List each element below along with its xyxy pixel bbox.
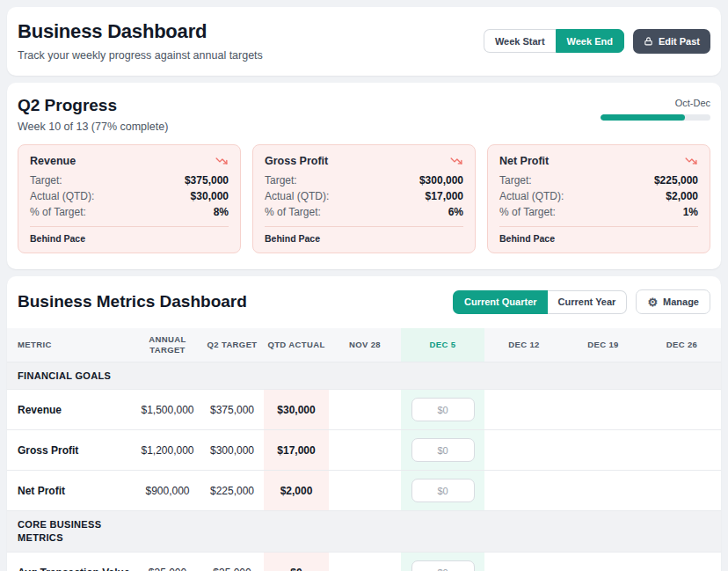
section-label: CORE BUSINESS METRICS — [18, 518, 141, 545]
dec-26-cell — [643, 430, 721, 471]
annual-target-cell: $1,200,000 — [135, 430, 200, 471]
metric-name: Revenue — [7, 390, 135, 430]
summary-card-revenue: Revenue Target:$375,000 Actual (QTD):$30… — [18, 144, 241, 253]
dec5-input[interactable] — [411, 398, 475, 421]
actual-label: Actual (QTD): — [30, 190, 94, 202]
page-title: Business Dashboard — [18, 20, 263, 43]
page-subtitle: Track your weekly progress against annua… — [18, 49, 263, 62]
annual-target-cell: $900,000 — [135, 471, 200, 511]
metric-name: Avg Transaction Value — [7, 553, 135, 571]
quarter-progress-bar — [601, 114, 710, 121]
q2-target-cell: $225,000 — [200, 471, 264, 511]
dec-19-cell — [564, 471, 643, 511]
pct-label: % of Target: — [30, 206, 86, 218]
actual-value: $17,000 — [426, 190, 463, 202]
qtd-actual-cell: $30,000 — [264, 390, 329, 430]
nov-28-cell — [329, 430, 401, 471]
target-label: Target: — [265, 174, 297, 187]
annual-target-cell: $35,000 — [135, 553, 200, 571]
qtd-actual-cell: $2,000 — [264, 471, 329, 511]
nov-28-cell — [329, 553, 401, 571]
nov-28-cell — [329, 390, 401, 430]
summary-cards-row: Revenue Target:$375,000 Actual (QTD):$30… — [18, 144, 710, 253]
week-end-button[interactable]: Week End — [556, 29, 624, 53]
col-header-nov-28: NOV 28 — [329, 328, 401, 362]
col-header-qtd-actual: QTD ACTUAL — [264, 328, 329, 362]
page-header: Business Dashboard Track your weekly pro… — [7, 7, 721, 76]
metric-name: Gross Profit — [7, 430, 135, 471]
gear-icon: ⚙ — [647, 296, 658, 308]
edit-past-button[interactable]: Edit Past — [633, 29, 710, 54]
section-row-core-business-metrics: CORE BUSINESS METRICS — [7, 511, 721, 553]
manage-button[interactable]: ⚙ Manage — [636, 289, 710, 314]
dec-26-cell — [643, 471, 721, 511]
q2-progress-card: Q2 Progress Week 10 of 13 (77% complete)… — [7, 83, 721, 269]
metric-name: Net Profit — [7, 471, 135, 511]
dec-19-cell — [564, 553, 643, 571]
dec5-input[interactable] — [411, 438, 475, 462]
q2-target-cell: $375,000 — [200, 390, 264, 430]
dec-19-cell — [564, 430, 643, 471]
target-value: $300,000 — [419, 174, 463, 187]
summary-card-net-profit: Net Profit Target:$225,000 Actual (QTD):… — [487, 144, 710, 253]
metrics-title: Business Metrics Dashboard — [18, 292, 247, 311]
dec-5-cell — [401, 390, 484, 430]
col-header-dec-5: DEC 5 — [401, 328, 484, 362]
lock-icon — [644, 36, 653, 47]
pct-value: 8% — [214, 206, 229, 218]
table-header-row: METRIC ANNUAL TARGET Q2 TARGET QTD ACTUA… — [7, 328, 721, 362]
q2-progress-subtitle: Week 10 of 13 (77% complete) — [18, 121, 168, 133]
dec-5-cell — [401, 430, 484, 471]
status-badge: Behind Pace — [265, 233, 463, 244]
actual-label: Actual (QTD): — [265, 190, 329, 202]
pct-label: % of Target: — [499, 206, 556, 218]
current-year-button[interactable]: Current Year — [548, 290, 628, 314]
col-header-dec-12: DEC 12 — [484, 328, 564, 362]
col-header-dec-19: DEC 19 — [564, 328, 643, 362]
period-label: Oct-Dec — [675, 98, 710, 108]
dec5-input[interactable] — [411, 479, 475, 502]
trending-down-icon — [684, 155, 698, 167]
actual-value: $30,000 — [191, 190, 229, 202]
table-row: Net Profit $900,000 $225,000 $2,000 — [7, 471, 721, 511]
dec-12-cell — [484, 471, 564, 511]
col-header-dec-26: DEC 26 — [643, 328, 721, 362]
qtd-actual-cell: $0 — [264, 553, 329, 571]
edit-past-label: Edit Past — [659, 36, 700, 47]
metrics-card: Business Metrics Dashboard Current Quart… — [7, 276, 721, 571]
status-badge: Behind Pace — [499, 233, 698, 244]
dec-26-cell — [643, 553, 721, 571]
current-quarter-button[interactable]: Current Quarter — [453, 290, 548, 314]
target-value: $375,000 — [185, 174, 229, 187]
week-toggle: Week Start Week End — [484, 29, 624, 53]
col-header-annual-target: ANNUAL TARGET — [135, 328, 200, 362]
dec-19-cell — [564, 390, 643, 430]
dec-26-cell — [643, 390, 721, 430]
q2-progress-title: Q2 Progress — [18, 96, 168, 115]
dec-5-cell — [401, 471, 484, 511]
dec5-input[interactable] — [411, 560, 475, 571]
summary-card-title: Gross Profit — [265, 155, 328, 167]
dec-5-cell — [401, 553, 484, 571]
actual-label: Actual (QTD): — [499, 190, 564, 202]
trending-down-icon — [215, 155, 229, 167]
q2-target-cell: $35,000 — [200, 553, 264, 571]
table-row: Revenue $1,500,000 $375,000 $30,000 — [7, 390, 721, 430]
header-actions: Week Start Week End Edit Past — [484, 29, 710, 54]
status-badge: Behind Pace — [30, 233, 229, 244]
card-divider — [499, 226, 698, 227]
q2-titles: Q2 Progress Week 10 of 13 (77% complete) — [18, 96, 168, 133]
qtd-actual-cell: $17,000 — [264, 430, 329, 471]
col-header-metric: METRIC — [7, 328, 135, 362]
table-row: Avg Transaction Value $35,000 $35,000 $0 — [7, 553, 721, 571]
manage-label: Manage — [663, 296, 699, 307]
q2-target-cell: $300,000 — [200, 430, 264, 471]
pct-value: 6% — [448, 206, 463, 218]
dec-12-cell — [484, 390, 564, 430]
summary-card-title: Revenue — [30, 155, 76, 167]
pct-value: 1% — [683, 206, 698, 218]
card-divider — [265, 226, 463, 227]
annual-target-cell: $1,500,000 — [135, 390, 200, 430]
week-start-button[interactable]: Week Start — [484, 29, 556, 53]
dec-12-cell — [484, 430, 564, 471]
